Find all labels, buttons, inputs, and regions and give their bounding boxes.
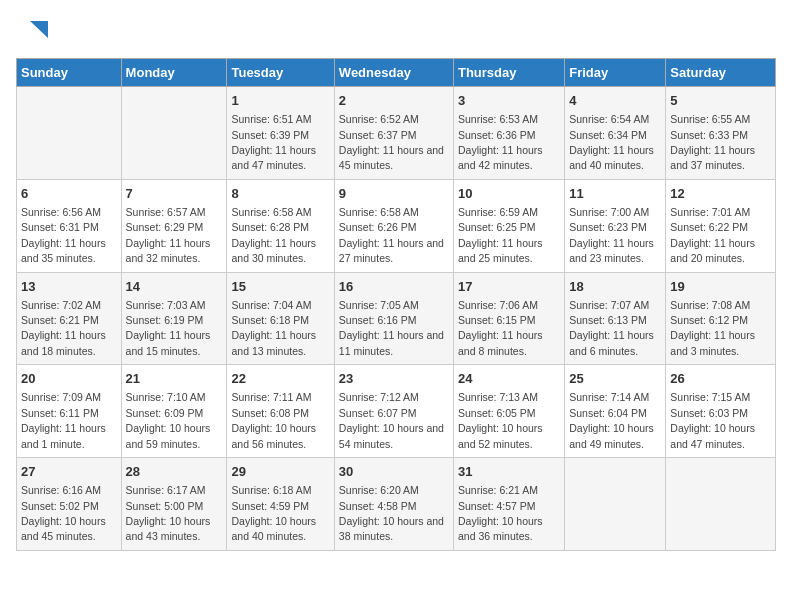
day-info: Sunrise: 6:59 AM Sunset: 6:25 PM Dayligh…: [458, 206, 543, 264]
day-info: Sunrise: 6:16 AM Sunset: 5:02 PM Dayligh…: [21, 484, 106, 542]
day-number: 20: [21, 370, 117, 388]
day-info: Sunrise: 7:01 AM Sunset: 6:22 PM Dayligh…: [670, 206, 755, 264]
calendar-cell: 9Sunrise: 6:58 AM Sunset: 6:26 PM Daylig…: [334, 179, 453, 272]
calendar-cell: 28Sunrise: 6:17 AM Sunset: 5:00 PM Dayli…: [121, 458, 227, 551]
calendar-cell: [666, 458, 776, 551]
day-header-saturday: Saturday: [666, 59, 776, 87]
day-number: 21: [126, 370, 223, 388]
day-number: 6: [21, 185, 117, 203]
calendar-cell: 1Sunrise: 6:51 AM Sunset: 6:39 PM Daylig…: [227, 87, 334, 180]
day-info: Sunrise: 6:17 AM Sunset: 5:00 PM Dayligh…: [126, 484, 211, 542]
calendar-cell: 10Sunrise: 6:59 AM Sunset: 6:25 PM Dayli…: [453, 179, 564, 272]
day-header-thursday: Thursday: [453, 59, 564, 87]
day-info: Sunrise: 7:06 AM Sunset: 6:15 PM Dayligh…: [458, 299, 543, 357]
calendar-cell: [121, 87, 227, 180]
day-info: Sunrise: 7:09 AM Sunset: 6:11 PM Dayligh…: [21, 391, 106, 449]
day-number: 2: [339, 92, 449, 110]
day-info: Sunrise: 6:57 AM Sunset: 6:29 PM Dayligh…: [126, 206, 211, 264]
day-number: 5: [670, 92, 771, 110]
calendar-cell: 14Sunrise: 7:03 AM Sunset: 6:19 PM Dayli…: [121, 272, 227, 365]
day-number: 11: [569, 185, 661, 203]
calendar-cell: [17, 87, 122, 180]
day-header-sunday: Sunday: [17, 59, 122, 87]
day-info: Sunrise: 7:07 AM Sunset: 6:13 PM Dayligh…: [569, 299, 654, 357]
calendar-cell: 31Sunrise: 6:21 AM Sunset: 4:57 PM Dayli…: [453, 458, 564, 551]
calendar-cell: 18Sunrise: 7:07 AM Sunset: 6:13 PM Dayli…: [565, 272, 666, 365]
day-number: 25: [569, 370, 661, 388]
calendar-cell: 12Sunrise: 7:01 AM Sunset: 6:22 PM Dayli…: [666, 179, 776, 272]
page-header: [16, 16, 776, 46]
day-info: Sunrise: 7:10 AM Sunset: 6:09 PM Dayligh…: [126, 391, 211, 449]
day-info: Sunrise: 7:12 AM Sunset: 6:07 PM Dayligh…: [339, 391, 444, 449]
day-number: 16: [339, 278, 449, 296]
day-number: 27: [21, 463, 117, 481]
day-number: 15: [231, 278, 329, 296]
logo-icon: [20, 16, 50, 46]
calendar-cell: 22Sunrise: 7:11 AM Sunset: 6:08 PM Dayli…: [227, 365, 334, 458]
calendar-cell: 4Sunrise: 6:54 AM Sunset: 6:34 PM Daylig…: [565, 87, 666, 180]
day-info: Sunrise: 6:56 AM Sunset: 6:31 PM Dayligh…: [21, 206, 106, 264]
calendar-cell: 20Sunrise: 7:09 AM Sunset: 6:11 PM Dayli…: [17, 365, 122, 458]
day-number: 12: [670, 185, 771, 203]
day-number: 17: [458, 278, 560, 296]
calendar-cell: 11Sunrise: 7:00 AM Sunset: 6:23 PM Dayli…: [565, 179, 666, 272]
day-number: 23: [339, 370, 449, 388]
day-info: Sunrise: 7:03 AM Sunset: 6:19 PM Dayligh…: [126, 299, 211, 357]
day-number: 31: [458, 463, 560, 481]
day-number: 26: [670, 370, 771, 388]
day-info: Sunrise: 6:55 AM Sunset: 6:33 PM Dayligh…: [670, 113, 755, 171]
calendar-cell: 13Sunrise: 7:02 AM Sunset: 6:21 PM Dayli…: [17, 272, 122, 365]
calendar-cell: 2Sunrise: 6:52 AM Sunset: 6:37 PM Daylig…: [334, 87, 453, 180]
day-number: 4: [569, 92, 661, 110]
calendar-cell: 23Sunrise: 7:12 AM Sunset: 6:07 PM Dayli…: [334, 365, 453, 458]
day-number: 29: [231, 463, 329, 481]
day-info: Sunrise: 6:51 AM Sunset: 6:39 PM Dayligh…: [231, 113, 316, 171]
day-info: Sunrise: 7:13 AM Sunset: 6:05 PM Dayligh…: [458, 391, 543, 449]
day-info: Sunrise: 6:52 AM Sunset: 6:37 PM Dayligh…: [339, 113, 444, 171]
calendar-cell: 30Sunrise: 6:20 AM Sunset: 4:58 PM Dayli…: [334, 458, 453, 551]
day-info: Sunrise: 6:58 AM Sunset: 6:26 PM Dayligh…: [339, 206, 444, 264]
calendar-cell: 6Sunrise: 6:56 AM Sunset: 6:31 PM Daylig…: [17, 179, 122, 272]
day-header-monday: Monday: [121, 59, 227, 87]
svg-marker-0: [30, 21, 48, 38]
day-info: Sunrise: 7:00 AM Sunset: 6:23 PM Dayligh…: [569, 206, 654, 264]
calendar-table: SundayMondayTuesdayWednesdayThursdayFrid…: [16, 58, 776, 551]
day-header-tuesday: Tuesday: [227, 59, 334, 87]
day-info: Sunrise: 7:02 AM Sunset: 6:21 PM Dayligh…: [21, 299, 106, 357]
logo: [16, 16, 50, 46]
day-info: Sunrise: 6:54 AM Sunset: 6:34 PM Dayligh…: [569, 113, 654, 171]
calendar-cell: 29Sunrise: 6:18 AM Sunset: 4:59 PM Dayli…: [227, 458, 334, 551]
day-number: 18: [569, 278, 661, 296]
day-number: 8: [231, 185, 329, 203]
day-number: 22: [231, 370, 329, 388]
day-info: Sunrise: 7:14 AM Sunset: 6:04 PM Dayligh…: [569, 391, 654, 449]
calendar-cell: 3Sunrise: 6:53 AM Sunset: 6:36 PM Daylig…: [453, 87, 564, 180]
day-number: 10: [458, 185, 560, 203]
calendar-cell: 17Sunrise: 7:06 AM Sunset: 6:15 PM Dayli…: [453, 272, 564, 365]
day-info: Sunrise: 6:58 AM Sunset: 6:28 PM Dayligh…: [231, 206, 316, 264]
day-info: Sunrise: 6:18 AM Sunset: 4:59 PM Dayligh…: [231, 484, 316, 542]
week-row-4: 20Sunrise: 7:09 AM Sunset: 6:11 PM Dayli…: [17, 365, 776, 458]
day-header-wednesday: Wednesday: [334, 59, 453, 87]
week-row-1: 1Sunrise: 6:51 AM Sunset: 6:39 PM Daylig…: [17, 87, 776, 180]
day-number: 3: [458, 92, 560, 110]
day-info: Sunrise: 7:05 AM Sunset: 6:16 PM Dayligh…: [339, 299, 444, 357]
day-header-friday: Friday: [565, 59, 666, 87]
day-info: Sunrise: 7:04 AM Sunset: 6:18 PM Dayligh…: [231, 299, 316, 357]
day-number: 13: [21, 278, 117, 296]
day-info: Sunrise: 6:20 AM Sunset: 4:58 PM Dayligh…: [339, 484, 444, 542]
calendar-cell: 7Sunrise: 6:57 AM Sunset: 6:29 PM Daylig…: [121, 179, 227, 272]
day-number: 9: [339, 185, 449, 203]
day-number: 28: [126, 463, 223, 481]
day-number: 14: [126, 278, 223, 296]
calendar-cell: 19Sunrise: 7:08 AM Sunset: 6:12 PM Dayli…: [666, 272, 776, 365]
calendar-cell: 25Sunrise: 7:14 AM Sunset: 6:04 PM Dayli…: [565, 365, 666, 458]
calendar-cell: 24Sunrise: 7:13 AM Sunset: 6:05 PM Dayli…: [453, 365, 564, 458]
calendar-cell: 16Sunrise: 7:05 AM Sunset: 6:16 PM Dayli…: [334, 272, 453, 365]
day-number: 24: [458, 370, 560, 388]
day-info: Sunrise: 6:21 AM Sunset: 4:57 PM Dayligh…: [458, 484, 543, 542]
day-number: 19: [670, 278, 771, 296]
calendar-cell: 15Sunrise: 7:04 AM Sunset: 6:18 PM Dayli…: [227, 272, 334, 365]
day-info: Sunrise: 6:53 AM Sunset: 6:36 PM Dayligh…: [458, 113, 543, 171]
day-number: 7: [126, 185, 223, 203]
